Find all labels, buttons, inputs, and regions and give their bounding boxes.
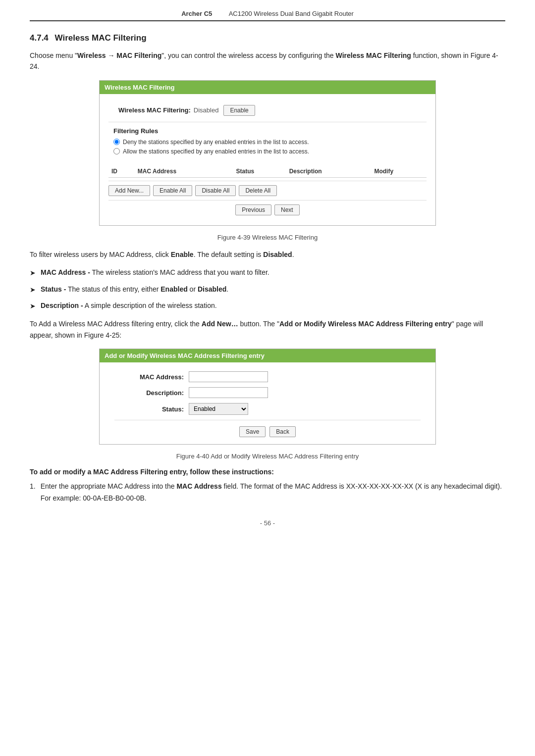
section-title: 4.7.4 Wireless MAC Filtering — [30, 33, 505, 43]
mac-table: ID MAC Address Status Description Modify — [108, 165, 427, 178]
list-item-description: ➤ Description - A simple description of … — [30, 300, 505, 311]
instruction1-bold: MAC Address — [176, 482, 221, 490]
para1-bold1: Enable — [171, 251, 194, 258]
widget2-body: MAC Address: Description: Status: Enable… — [100, 362, 435, 444]
mac-filter-status-row: Wireless MAC Filtering: Disabled Enable — [108, 101, 427, 122]
para2-bold1: Add New… — [202, 320, 238, 328]
intro-bold2: Wireless MAC Filtering — [336, 51, 411, 59]
instruction1-text: Enter the appropriate MAC Address into t… — [41, 481, 505, 504]
para1: To filter wireless users by MAC Address,… — [30, 249, 505, 260]
para1-part2: . The default setting is — [194, 251, 264, 258]
description-row: Description: — [114, 387, 421, 398]
filtering-rules-section: Filtering Rules Deny the stations specif… — [108, 122, 427, 160]
model-name: Archer C5 — [181, 10, 212, 17]
header-separator — [218, 10, 223, 17]
delete-all-button[interactable]: Delete All — [239, 185, 277, 196]
section-number: 4.7.4 — [30, 33, 49, 43]
col-modify: Modify — [371, 165, 427, 178]
enable-all-button[interactable]: Enable All — [153, 185, 192, 196]
mac-address-row: MAC Address: — [114, 371, 421, 382]
arrow-icon-2: ➤ — [30, 284, 36, 295]
pagination-row: Previous Next — [108, 200, 427, 218]
disable-all-button[interactable]: Disable All — [195, 185, 236, 196]
col-id: ID — [108, 165, 135, 178]
status-value: Disabled — [194, 106, 219, 114]
form-buttons: Save Back — [114, 420, 421, 437]
radio-deny[interactable] — [113, 139, 120, 145]
list-item-status: ➤ Status - The status of this entry, eit… — [30, 284, 505, 295]
list-item-mac: ➤ MAC Address - The wireless station's M… — [30, 267, 505, 278]
bullet3-text: Description - A simple description of th… — [41, 300, 217, 311]
figure1-caption: Figure 4-39 Wireless MAC Filtering — [30, 234, 505, 241]
action-buttons-row: Add New... Enable All Disable All Delete… — [108, 181, 427, 198]
para1-bold2: Disabled — [263, 251, 292, 258]
description-label: Description: — [114, 389, 184, 397]
widget2-header: Add or Modify Wireless MAC Address Filte… — [100, 349, 435, 362]
table-header-row: ID MAC Address Status Description Modify — [108, 165, 427, 178]
para2: To Add a Wireless MAC Address filtering … — [30, 318, 505, 341]
status-select[interactable]: Enabled Disabled — [189, 403, 248, 415]
header-bar: Archer C5 AC1200 Wireless Dual Band Giga… — [30, 10, 505, 21]
bullet1-text: MAC Address - The wireless station's MAC… — [41, 267, 269, 278]
intro-part1: Choose menu " — [30, 51, 77, 59]
mac-address-input[interactable] — [189, 371, 268, 382]
instructions-heading: To add or modify a MAC Address Filtering… — [30, 468, 505, 476]
col-status: Status — [233, 165, 286, 178]
col-description: Description — [286, 165, 372, 178]
mac-table-section: ID MAC Address Status Description Modify — [108, 165, 427, 178]
description-input[interactable] — [189, 387, 268, 398]
para2-part1: To Add a Wireless MAC Address filtering … — [30, 320, 202, 328]
bullet2-bold: Status - — [41, 285, 66, 293]
radio-allow-label: Allow the stations specified by any enab… — [123, 148, 309, 155]
bullet-list: ➤ MAC Address - The wireless station's M… — [30, 267, 505, 311]
list-item-1: 1. Enter the appropriate MAC Address int… — [30, 481, 505, 504]
para2-bold2: Add or Modify Wireless MAC Address Filte… — [279, 320, 452, 328]
enable-button[interactable]: Enable — [223, 105, 255, 116]
radio-allow[interactable] — [113, 148, 120, 154]
add-new-button[interactable]: Add New... — [108, 185, 150, 196]
intro-bold1: Wireless → MAC Filtering — [77, 51, 161, 59]
intro-paragraph: Choose menu "Wireless → MAC Filtering", … — [30, 50, 505, 72]
previous-button[interactable]: Previous — [235, 204, 271, 215]
bullet3-bold: Description - — [41, 302, 83, 309]
widget1-header: Wireless MAC Filtering — [100, 81, 435, 94]
list-num-1: 1. — [30, 481, 36, 493]
intro-part2: ", you can control the wireless access b… — [161, 51, 335, 59]
figure2-caption: Figure 4-40 Add or Modify Wireless MAC A… — [30, 453, 505, 460]
para1-part1: To filter wireless users by MAC Address,… — [30, 251, 171, 258]
page-number: - 56 - — [260, 519, 275, 527]
filtering-rules-title: Filtering Rules — [113, 127, 422, 135]
col-mac: MAC Address — [135, 165, 233, 178]
product-name: Archer C5 AC1200 Wireless Dual Band Giga… — [181, 10, 354, 17]
radio-deny-label: Deny the stations specified by any enabl… — [123, 139, 309, 146]
add-modify-widget: Add or Modify Wireless MAC Address Filte… — [99, 349, 436, 445]
status-form-label: Status: — [114, 405, 184, 413]
mac-address-label: MAC Address: — [114, 373, 184, 381]
next-button[interactable]: Next — [274, 204, 300, 215]
bullet2-bold3: Disabled — [198, 285, 226, 293]
radio-row-deny: Deny the stations specified by any enabl… — [113, 139, 422, 146]
save-button[interactable]: Save — [239, 426, 266, 437]
bullet1-bold: MAC Address - — [41, 268, 90, 276]
section-heading: Wireless MAC Filtering — [55, 33, 147, 43]
bullet2-bold2: Enabled — [160, 285, 187, 293]
widget1-body: Wireless MAC Filtering: Disabled Enable … — [100, 94, 435, 225]
page-footer: - 56 - — [30, 519, 505, 527]
para2-part2: button. The " — [238, 320, 279, 328]
bullet2-text: Status - The status of this entry, eithe… — [41, 284, 228, 295]
arrow-icon-3: ➤ — [30, 301, 36, 311]
radio-row-allow: Allow the stations specified by any enab… — [113, 148, 422, 155]
wireless-mac-filtering-widget: Wireless MAC Filtering Wireless MAC Filt… — [99, 80, 436, 226]
product-full-name: AC1200 Wireless Dual Band Gigabit Router — [229, 10, 354, 17]
back-button[interactable]: Back — [269, 426, 296, 437]
status-label: Wireless MAC Filtering: — [118, 106, 191, 114]
status-row: Status: Enabled Disabled — [114, 403, 421, 415]
arrow-icon-1: ➤ — [30, 267, 36, 278]
para1-part3: . — [292, 251, 294, 258]
numbered-instructions: 1. Enter the appropriate MAC Address int… — [30, 481, 505, 504]
